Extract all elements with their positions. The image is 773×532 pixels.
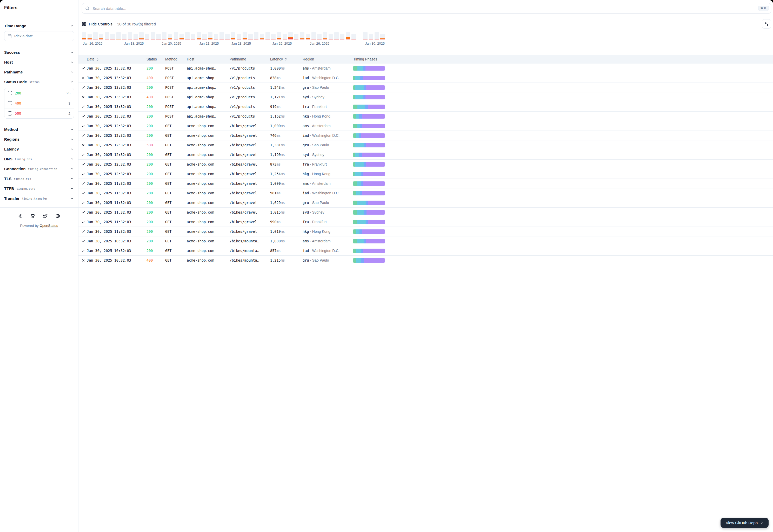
timeline-bar[interactable] bbox=[202, 34, 207, 39]
table-row[interactable]: Jan 30, 2025 12:32:03 200 GET acme-shop.… bbox=[78, 169, 386, 179]
timeline-bar[interactable] bbox=[283, 34, 287, 39]
timeline-bar[interactable] bbox=[375, 32, 379, 39]
table-row[interactable]: Jan 30, 2025 12:32:03 200 GET acme-shop.… bbox=[78, 150, 386, 160]
timeline-bar[interactable] bbox=[151, 32, 155, 39]
table-row[interactable]: Jan 30, 2025 13:32:03 400 POST api.acme-… bbox=[78, 92, 386, 102]
table-row[interactable]: Jan 30, 2025 11:32:03 200 GET acme-shop.… bbox=[78, 217, 386, 227]
status-option-200[interactable]: 200 25 bbox=[4, 88, 74, 98]
filter-section-regions[interactable]: Regions bbox=[4, 134, 74, 144]
column-header-latency[interactable]: Latency bbox=[270, 57, 303, 61]
timeline-bar[interactable] bbox=[317, 34, 322, 39]
timeline-bar[interactable] bbox=[139, 32, 144, 39]
filter-section-latency[interactable]: Latency bbox=[4, 144, 74, 154]
timeline-bar[interactable] bbox=[122, 34, 126, 39]
timeline-bar[interactable] bbox=[197, 32, 201, 39]
timeline-bar[interactable] bbox=[231, 32, 235, 39]
filter-section-dns[interactable]: DNS timing.dns bbox=[4, 154, 74, 164]
table-row[interactable]: Jan 30, 2025 10:32:03 400 GET acme-shop.… bbox=[78, 256, 386, 265]
timeline-bar[interactable] bbox=[323, 32, 327, 39]
timeline-bar[interactable] bbox=[277, 32, 281, 39]
timeline-chart[interactable]: Jan 16, 2025Jan 18, 2025Jan 20, 2025Jan … bbox=[82, 32, 385, 46]
filter-section-transfer[interactable]: Transfer timing.transfer bbox=[4, 193, 74, 203]
timeline-bar[interactable] bbox=[179, 34, 184, 39]
checkbox[interactable] bbox=[8, 101, 12, 105]
table-row[interactable]: Jan 30, 2025 13:32:03 200 POST api.acme-… bbox=[78, 102, 386, 112]
timeline-bar[interactable] bbox=[128, 32, 132, 39]
table-row[interactable]: Jan 30, 2025 12:32:03 200 GET acme-shop.… bbox=[78, 160, 386, 169]
timeline-bar[interactable] bbox=[82, 32, 86, 39]
filter-section-success[interactable]: Success bbox=[4, 47, 74, 57]
status-option-400[interactable]: 400 3 bbox=[4, 98, 74, 108]
table-row[interactable]: Jan 30, 2025 13:32:03 200 POST api.acme-… bbox=[78, 83, 386, 92]
filter-section-method[interactable]: Method bbox=[4, 124, 74, 134]
timeline-bar[interactable] bbox=[162, 32, 166, 39]
timeline-bar[interactable] bbox=[346, 32, 350, 39]
table-row[interactable]: Jan 30, 2025 12:32:03 500 GET acme-shop.… bbox=[78, 140, 386, 150]
timeline-bar[interactable] bbox=[133, 34, 138, 39]
table-row[interactable]: Jan 30, 2025 12:32:03 200 GET acme-shop.… bbox=[78, 121, 386, 131]
timeline-bar[interactable] bbox=[288, 32, 293, 39]
timeline-bar[interactable] bbox=[300, 32, 304, 39]
openstatus-link[interactable]: OpenStatus bbox=[39, 224, 58, 228]
timeline-bar[interactable] bbox=[351, 34, 356, 39]
timeline-bar[interactable] bbox=[311, 32, 316, 39]
timeline-bar[interactable] bbox=[294, 34, 299, 39]
timeline-bar[interactable] bbox=[243, 32, 247, 39]
timeline-bar[interactable] bbox=[99, 34, 103, 39]
timeline-bar[interactable] bbox=[271, 34, 276, 39]
filter-section-pathname[interactable]: Pathname bbox=[4, 67, 74, 77]
filter-section-ttfb[interactable]: TTFB timing.ttfb bbox=[4, 183, 74, 193]
table-row[interactable]: Jan 30, 2025 13:32:03 400 POST api.acme-… bbox=[78, 73, 386, 83]
timeline-bar[interactable] bbox=[156, 34, 161, 39]
twitter-icon[interactable] bbox=[43, 214, 47, 218]
table-row[interactable]: Jan 30, 2025 11:32:03 200 GET acme-shop.… bbox=[78, 179, 386, 188]
filter-section-host[interactable]: Host bbox=[4, 57, 74, 67]
table-row[interactable]: Jan 30, 2025 10:32:03 200 GET acme-shop.… bbox=[78, 246, 386, 256]
search-input[interactable] bbox=[92, 6, 386, 11]
timeline-bar[interactable] bbox=[334, 32, 339, 39]
column-header-date[interactable]: Date bbox=[87, 57, 146, 61]
timeline-bar[interactable] bbox=[306, 34, 310, 39]
timeline-bar[interactable] bbox=[254, 32, 259, 39]
timeline-bar[interactable] bbox=[380, 34, 385, 39]
hide-controls-button[interactable]: Hide Controls bbox=[82, 22, 112, 26]
table-row[interactable]: Jan 30, 2025 13:32:03 200 POST api.acme-… bbox=[78, 64, 386, 73]
timeline-bar[interactable] bbox=[185, 32, 189, 39]
timeline-bar[interactable] bbox=[369, 34, 373, 39]
timeline-bar[interactable] bbox=[220, 32, 224, 39]
timeline-bar[interactable] bbox=[168, 34, 172, 39]
timeline-bar[interactable] bbox=[110, 34, 115, 39]
table-row[interactable]: Jan 30, 2025 11:32:03 200 GET acme-shop.… bbox=[78, 208, 386, 217]
status-option-500[interactable]: 500 2 bbox=[4, 108, 74, 118]
sun-icon[interactable] bbox=[18, 214, 23, 218]
checkbox[interactable] bbox=[8, 111, 12, 115]
timeline-bar[interactable] bbox=[237, 34, 241, 39]
timeline-bar[interactable] bbox=[174, 32, 178, 39]
table-row[interactable]: Jan 30, 2025 11:32:03 200 GET acme-shop.… bbox=[78, 188, 386, 198]
timeline-bar[interactable] bbox=[93, 32, 98, 39]
timeline-bar[interactable] bbox=[329, 34, 333, 39]
timeline-bar[interactable] bbox=[266, 32, 270, 39]
timeline-bar[interactable] bbox=[105, 32, 109, 39]
table-row[interactable]: Jan 30, 2025 10:32:03 200 GET acme-shop.… bbox=[78, 236, 386, 246]
timeline-bar[interactable] bbox=[191, 34, 195, 39]
date-picker[interactable]: Pick a date bbox=[4, 31, 74, 41]
timeline-bar[interactable] bbox=[87, 34, 92, 39]
timeline-bar[interactable] bbox=[214, 34, 218, 39]
timeline-bar[interactable] bbox=[363, 32, 368, 39]
checkbox[interactable] bbox=[8, 91, 12, 95]
github-icon[interactable] bbox=[31, 214, 35, 218]
timeline-bar[interactable] bbox=[225, 34, 230, 39]
timeline-bar[interactable] bbox=[248, 34, 253, 39]
filter-section-tls[interactable]: TLS timing.tls bbox=[4, 174, 74, 183]
table-row[interactable]: Jan 30, 2025 11:32:03 200 GET acme-shop.… bbox=[78, 227, 386, 236]
timeline-bar[interactable] bbox=[260, 34, 264, 39]
table-row[interactable]: Jan 30, 2025 11:32:03 200 GET acme-shop.… bbox=[78, 198, 386, 208]
filter-section-connection[interactable]: Connection timing.connection bbox=[4, 164, 74, 174]
timeline-bar[interactable] bbox=[340, 34, 344, 39]
table-row[interactable]: Jan 30, 2025 13:32:03 200 POST api.acme-… bbox=[78, 112, 386, 121]
timeline-bar[interactable] bbox=[208, 32, 213, 39]
timeline-bar[interactable] bbox=[145, 34, 149, 39]
table-row[interactable]: Jan 30, 2025 12:32:03 200 GET acme-shop.… bbox=[78, 131, 386, 140]
timeline-bar[interactable] bbox=[116, 32, 121, 39]
